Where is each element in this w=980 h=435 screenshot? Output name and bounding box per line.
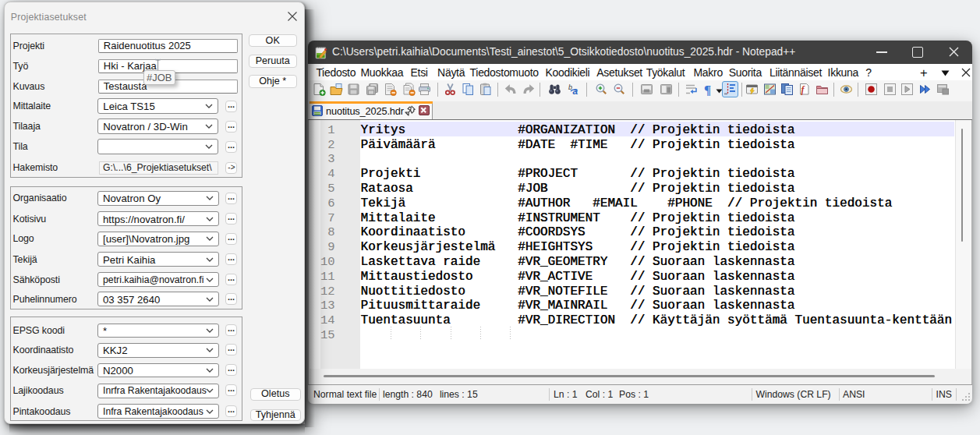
svg-text:b: b — [568, 83, 572, 91]
svg-text:¶: ¶ — [704, 83, 711, 96]
